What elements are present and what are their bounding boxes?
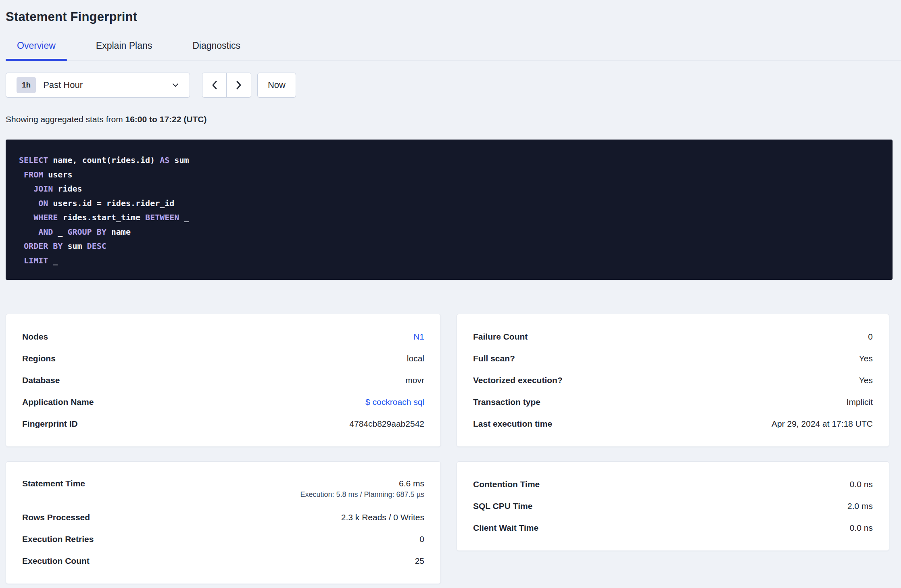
row-label: Contention Time <box>473 480 540 489</box>
sql-text: rides <box>53 184 82 194</box>
sql-keyword: DESC <box>87 241 106 251</box>
summary-row: Regionslocal <box>22 348 424 369</box>
row-value-group: movr <box>405 375 424 385</box>
tab-overview[interactable]: Overview <box>6 40 67 60</box>
summary-cards: NodesN1RegionslocalDatabasemovrApplicati… <box>6 314 901 584</box>
time-interval-label: Past Hour <box>43 80 83 90</box>
row-value-group: 0 <box>868 332 873 342</box>
row-value: 0 <box>868 332 873 342</box>
row-value-group: local <box>407 354 424 363</box>
page-title: Statement Fingerprint <box>6 10 901 24</box>
summary-row: Contention Time0.0 ns <box>473 473 873 495</box>
row-value-link[interactable]: N1 <box>413 332 424 342</box>
row-value: 4784cb829aab2542 <box>349 419 424 429</box>
sql-text <box>19 256 24 265</box>
aggregation-range-note: Showing aggregated stats from 16:00 to 1… <box>6 115 901 124</box>
row-label: Full scan? <box>473 354 515 363</box>
row-value-group: 2.0 ms <box>847 501 873 511</box>
chevron-right-icon <box>234 80 243 90</box>
sql-line: SELECT name, count(rides.id) AS sum <box>19 153 879 168</box>
sql-text <box>19 198 38 208</box>
row-value: 25 <box>415 556 424 566</box>
row-value-group: 6.6 msExecution: 5.8 ms / Planning: 687.… <box>300 479 424 499</box>
sql-keyword: BETWEEN <box>145 213 179 222</box>
summary-row: Application Name$ cockroach sql <box>22 391 424 413</box>
row-value-group: Yes <box>859 354 873 363</box>
row-label: Transaction type <box>473 397 540 407</box>
time-step-buttons <box>202 73 251 98</box>
sql-keyword: LIMIT <box>24 256 48 265</box>
row-value: 2.3 k Reads / 0 Writes <box>341 513 424 522</box>
sql-keyword: FROM <box>24 170 43 179</box>
row-value-group: 0 <box>419 534 424 544</box>
row-value: 2.0 ms <box>847 501 873 511</box>
time-interval-badge: 1h <box>17 77 36 93</box>
row-value: movr <box>405 375 424 385</box>
row-label: Rows Processed <box>22 513 90 522</box>
now-button[interactable]: Now <box>257 73 296 98</box>
sql-keyword: JOIN <box>33 184 53 194</box>
sql-line: ORDER BY sum DESC <box>19 239 879 254</box>
sql-line: WHERE rides.start_time BETWEEN _ <box>19 211 879 225</box>
next-interval-button[interactable] <box>227 73 251 97</box>
wait-time-card: Contention Time0.0 nsSQL CPU Time2.0 msC… <box>457 461 889 551</box>
chevron-left-icon <box>210 80 219 90</box>
tab-diagnostics[interactable]: Diagnostics <box>181 40 252 60</box>
row-value: Yes <box>859 354 873 363</box>
sql-text <box>19 241 24 251</box>
row-value-group: $ cockroach sql <box>365 397 424 407</box>
row-value-group: Apr 29, 2024 at 17:18 UTC <box>772 419 873 429</box>
sql-keyword: GROUP BY <box>67 227 106 237</box>
aggregation-range: 16:00 to 17:22 (UTC) <box>125 115 207 124</box>
summary-row: Full scan?Yes <box>473 348 873 369</box>
sql-line: JOIN rides <box>19 182 879 196</box>
row-subvalue: Execution: 5.8 ms / Planning: 687.5 µs <box>300 490 424 499</box>
summary-row: Last execution timeApr 29, 2024 at 17:18… <box>473 413 873 435</box>
row-value: Implicit <box>847 397 873 407</box>
sql-keyword: ORDER BY <box>24 241 63 251</box>
summary-row: Rows Processed2.3 k Reads / 0 Writes <box>22 507 424 528</box>
summary-row: SQL CPU Time2.0 ms <box>473 495 873 517</box>
sql-keyword: WHERE <box>33 213 58 222</box>
time-picker-row: 1h Past Hour Now <box>6 73 901 98</box>
row-value-group: 4784cb829aab2542 <box>349 419 424 429</box>
sql-text: _ <box>53 227 67 237</box>
sql-text: _ <box>48 256 58 265</box>
row-value-group: Implicit <box>847 397 873 407</box>
statement-fingerprint-page: Statement Fingerprint OverviewExplain Pl… <box>0 0 901 584</box>
sql-line: ON users.id = rides.rider_id <box>19 196 879 211</box>
sql-text: name, count(rides.id) <box>48 155 160 165</box>
tab-explain-plans[interactable]: Explain Plans <box>85 40 163 60</box>
row-label: Database <box>22 375 60 385</box>
row-value: 6.6 ms <box>399 479 424 488</box>
row-value-group: 2.3 k Reads / 0 Writes <box>341 513 424 522</box>
sql-text: _ <box>179 213 189 222</box>
aggregation-note-prefix: Showing aggregated stats from <box>6 115 125 124</box>
sql-keyword: AND <box>38 227 53 237</box>
previous-interval-button[interactable] <box>202 73 227 97</box>
sql-text: name <box>106 227 131 237</box>
summary-row: Execution Count25 <box>22 550 424 572</box>
sql-line: LIMIT _ <box>19 254 879 268</box>
sql-text: users.id = rides.rider_id <box>48 198 174 208</box>
time-interval-dropdown[interactable]: 1h Past Hour <box>6 73 190 98</box>
sql-text: sum <box>63 241 87 251</box>
sql-keyword: SELECT <box>19 155 48 165</box>
row-value-link[interactable]: $ cockroach sql <box>365 397 424 407</box>
row-label: Last execution time <box>473 419 552 429</box>
row-value-group: 0.0 ns <box>850 523 873 533</box>
row-label: Fingerprint ID <box>22 419 78 429</box>
row-value: local <box>407 354 424 363</box>
sql-text <box>19 213 33 222</box>
chevron-down-icon <box>171 81 180 90</box>
row-value: 0.0 ns <box>850 480 873 489</box>
execution-attributes-card: Failure Count0Full scan?YesVectorized ex… <box>457 314 889 447</box>
row-value-group: Yes <box>859 375 873 385</box>
summary-row: Statement Time6.6 msExecution: 5.8 ms / … <box>22 473 424 507</box>
sql-line: FROM users <box>19 168 879 182</box>
sql-text <box>19 184 33 194</box>
row-label: Execution Count <box>22 556 90 566</box>
row-label: SQL CPU Time <box>473 501 532 511</box>
summary-row: Fingerprint ID4784cb829aab2542 <box>22 413 424 435</box>
sql-text <box>19 227 38 237</box>
